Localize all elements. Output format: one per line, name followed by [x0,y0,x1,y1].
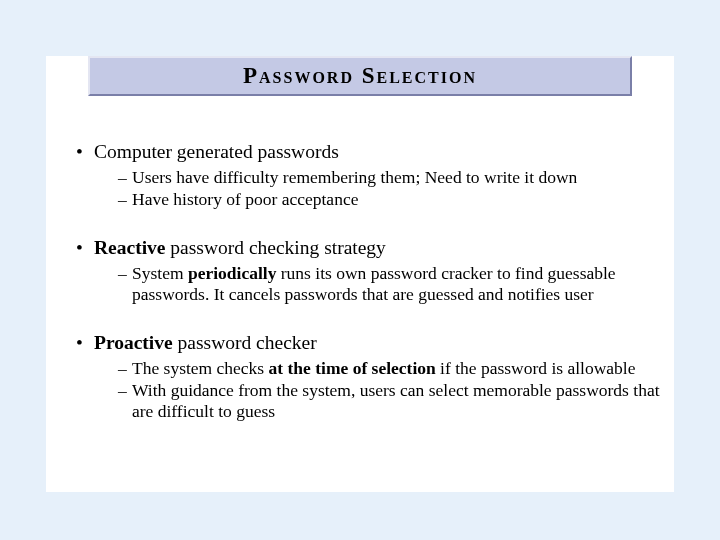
bullet-3-rest: password checker [173,332,317,353]
dash-icon: – [118,358,132,379]
sub-item: –The system checks at the time of select… [118,358,666,379]
bullet-2-sub: –System periodically runs its own passwo… [118,263,666,305]
sub-item: –System periodically runs its own passwo… [118,263,666,305]
bullet-dot-icon: • [76,140,94,163]
bullet-1-text: Computer generated passwords [94,141,339,162]
bullet-3: •Proactive password checker [76,331,666,354]
dash-icon: – [118,167,132,188]
bullet-2-bold: Reactive [94,237,165,258]
slide-title: Password Selection [243,63,477,89]
bullet-1-sub: –Users have difficulty remembering them;… [118,167,666,210]
sub-text-c: if the password is allowable [436,358,636,378]
dash-icon: – [118,380,132,401]
sub-text-b: at the time of selection [269,358,436,378]
bullet-3-bold: Proactive [94,332,173,353]
sub-text: With guidance from the system, users can… [132,380,660,421]
sub-text-a: System [132,263,188,283]
sub-item: –Users have difficulty remembering them;… [118,167,666,188]
dash-icon: – [118,263,132,284]
bullet-2-rest: password checking strategy [165,237,385,258]
bullet-dot-icon: • [76,236,94,259]
title-bar: Password Selection [88,56,632,96]
sub-text: Users have difficulty remembering them; … [132,167,577,187]
bullet-dot-icon: • [76,331,94,354]
slide-body: •Computer generated passwords –Users hav… [76,140,666,448]
sub-text-b: periodically [188,263,276,283]
sub-text: Have history of poor acceptance [132,189,358,209]
sub-item: –Have history of poor acceptance [118,189,666,210]
bullet-1: •Computer generated passwords [76,140,666,163]
sub-text-a: The system checks [132,358,269,378]
sub-item: –With guidance from the system, users ca… [118,380,666,422]
dash-icon: – [118,189,132,210]
bullet-2: •Reactive password checking strategy [76,236,666,259]
bullet-3-sub: –The system checks at the time of select… [118,358,666,422]
